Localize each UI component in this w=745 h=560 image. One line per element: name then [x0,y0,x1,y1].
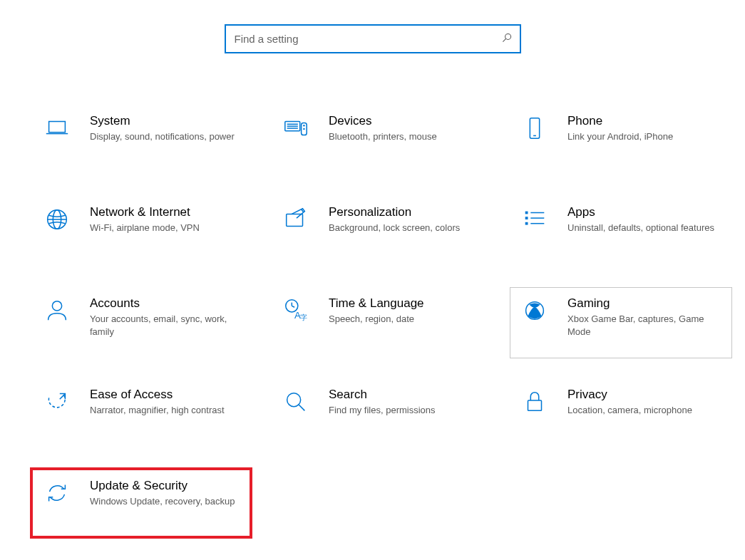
tile-desc: Xbox Game Bar, captures, Game Mode [567,313,721,338]
paint-icon [282,205,310,234]
tile-gaming[interactable]: Gaming Xbox Game Bar, captures, Game Mod… [510,287,732,358]
tile-title: Devices [329,114,483,128]
apps-list-icon [520,205,549,234]
search-box[interactable] [225,24,521,53]
svg-rect-33 [528,400,542,410]
keyboard-icon [282,114,310,142]
svg-rect-2 [49,122,66,133]
svg-rect-17 [525,212,528,214]
time-language-icon: A 字 [282,296,310,325]
tile-personalization[interactable]: Personalization Background, lock screen,… [271,196,493,267]
magnifier-icon [282,388,310,416]
tile-desc: Bluetooth, printers, mouse [329,130,483,143]
tile-title: Update & Security [90,479,240,493]
tile-title: System [90,114,244,128]
search-input[interactable] [235,33,501,45]
svg-point-23 [52,301,61,311]
tile-desc: Speech, region, date [329,313,483,326]
tile-desc: Background, lock screen, colors [329,222,483,234]
tile-search[interactable]: Search Find my files, permissions [271,378,493,450]
tile-system[interactable]: System Display, sound, notifications, po… [32,105,255,176]
tile-desc: Uninstall, defaults, optional features [567,222,721,234]
tile-devices[interactable]: Devices Bluetooth, printers, mouse [271,105,493,176]
tile-desc: Wi-Fi, airplane mode, VPN [90,222,244,234]
person-icon [43,296,71,325]
svg-line-26 [292,306,294,307]
tile-desc: Find my files, permissions [329,404,483,417]
tile-network[interactable]: Network & Internet Wi-Fi, airplane mode,… [32,196,255,267]
tile-desc: Windows Update, recovery, backup [90,495,240,508]
tile-title: Apps [567,205,721,219]
sync-icon [43,479,71,507]
tile-title: Gaming [567,296,721,311]
tile-accounts[interactable]: Accounts Your accounts, email, sync, wor… [32,287,255,358]
tile-apps[interactable]: Apps Uninstall, defaults, optional featu… [510,196,732,267]
svg-rect-19 [525,222,528,225]
svg-rect-16 [287,214,303,226]
tile-privacy[interactable]: Privacy Location, camera, microphone [510,378,732,450]
phone-icon [520,114,549,142]
svg-text:字: 字 [300,313,307,321]
tile-title: Privacy [567,388,721,402]
tile-title: Personalization [329,205,483,219]
svg-point-9 [303,125,304,126]
svg-point-10 [303,128,304,130]
tile-update-security[interactable]: Update & Security Windows Update, recove… [30,467,252,539]
tile-desc: Your accounts, email, sync, work, family [90,313,244,338]
tile-title: Network & Internet [90,205,244,219]
tile-phone[interactable]: Phone Link your Android, iPhone [510,105,732,176]
laptop-icon [43,114,71,142]
lock-icon [520,388,549,416]
svg-rect-18 [525,217,528,219]
svg-line-32 [299,405,305,411]
tile-title: Ease of Access [90,388,244,402]
ease-of-access-icon [43,388,71,416]
globe-icon [43,205,71,234]
tile-ease-of-access[interactable]: Ease of Access Narrator, magnifier, high… [32,378,255,450]
search-icon [501,32,513,46]
tile-time-language[interactable]: A 字 Time & Language Speech, region, date [271,287,493,358]
xbox-icon [520,296,549,325]
tile-title: Phone [567,114,721,128]
tile-title: Search [329,388,483,402]
tile-desc: Location, camera, microphone [567,404,721,417]
tile-title: Accounts [90,296,244,311]
svg-line-1 [503,38,505,41]
tile-desc: Narrator, magnifier, high contrast [90,404,244,417]
tile-desc: Display, sound, notifications, power [90,130,244,143]
tile-title: Time & Language [329,296,483,311]
settings-grid: System Display, sound, notifications, po… [0,105,745,539]
tile-desc: Link your Android, iPhone [567,130,721,143]
